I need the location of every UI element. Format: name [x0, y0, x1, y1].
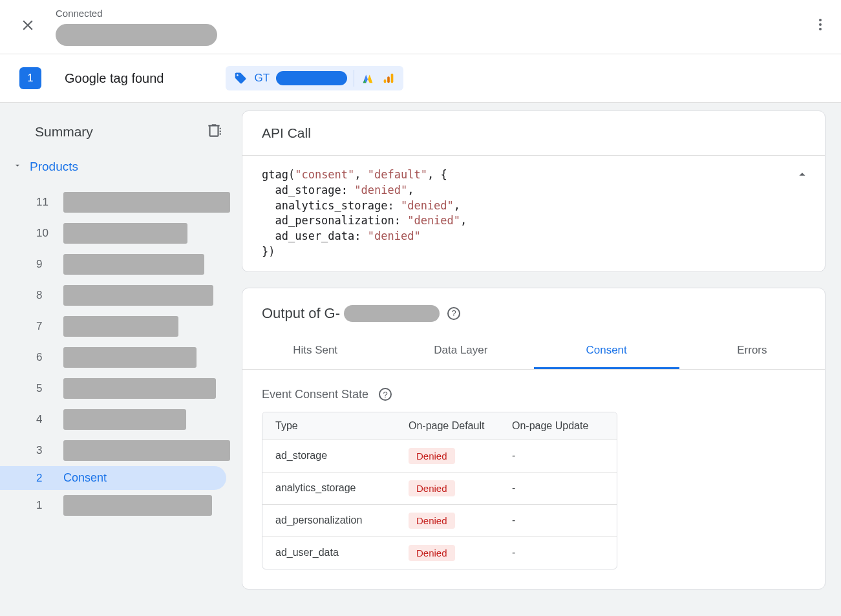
sidebar-item-number: 2: [36, 472, 53, 485]
sidebar-item-redacted: [63, 223, 187, 244]
close-button[interactable]: [19, 17, 36, 36]
denied-badge: Denied: [409, 545, 455, 561]
content-area: API Call gtag("consent", "default", { ad…: [242, 103, 841, 616]
sidebar-item[interactable]: 5: [0, 373, 242, 404]
sidebar-item-number: 4: [36, 413, 53, 426]
sidebar-item-number: 7: [36, 320, 53, 333]
help-icon[interactable]: ?: [447, 307, 460, 320]
sidebar-item[interactable]: 7: [0, 311, 242, 342]
chevron-down-icon: [13, 161, 22, 173]
sidebar-item-number: 10: [36, 227, 53, 240]
table-row: ad_personalizationDenied-: [262, 505, 617, 537]
table-header: On-page Default: [396, 412, 499, 440]
clear-button[interactable]: [206, 122, 222, 142]
output-id-redacted: [344, 305, 440, 322]
sidebar-item-redacted: [63, 192, 230, 213]
sidebar-item[interactable]: 3: [0, 435, 242, 466]
chevron-up-icon: [795, 167, 809, 182]
sidebar-item-redacted: [63, 347, 197, 368]
collapse-button[interactable]: [795, 167, 809, 186]
consent-update: -: [499, 537, 617, 569]
tag-id-redacted: [276, 71, 347, 85]
event-consent-state-label: Event Consent State: [262, 388, 368, 401]
sidebar-item[interactable]: 4: [0, 404, 242, 435]
tag-chip[interactable]: GT: [226, 66, 403, 90]
tag-found-label: Google tag found: [65, 71, 164, 86]
sidebar-item-consent[interactable]: 2Consent: [0, 466, 226, 490]
consent-default: Denied: [396, 537, 499, 569]
sidebar-item-number: 5: [36, 382, 53, 395]
sidebar-item-redacted: [63, 409, 186, 430]
tab-hits-sent[interactable]: Hits Sent: [242, 334, 388, 369]
denied-badge: Denied: [409, 513, 455, 529]
tag-count-badge: 1: [19, 67, 41, 89]
google-tag-icon: [233, 71, 248, 85]
api-call-card: API Call gtag("consent", "default", { ad…: [242, 111, 825, 272]
summary-label[interactable]: Summary: [35, 124, 93, 140]
tab-consent[interactable]: Consent: [534, 334, 679, 369]
consent-default: Denied: [396, 505, 499, 536]
output-card: Output of G- ? Hits SentData LayerConsen…: [242, 288, 825, 589]
products-header[interactable]: Products: [0, 160, 242, 174]
clear-all-icon: [206, 122, 222, 139]
consent-type: ad_storage: [262, 440, 396, 472]
sidebar-item-redacted: [63, 316, 178, 337]
sidebar-item[interactable]: 10: [0, 218, 242, 249]
sidebar-item-number: 1: [36, 499, 53, 512]
svg-rect-5: [391, 74, 394, 83]
consent-type: ad_personalization: [262, 505, 396, 536]
help-icon[interactable]: ?: [379, 388, 392, 401]
table-row: ad_storageDenied-: [262, 440, 617, 473]
api-call-code: gtag("consent", "default", { ad_storage:…: [242, 156, 825, 271]
denied-badge: Denied: [409, 480, 455, 496]
sidebar: Summary Products 111098765432Consent1: [0, 103, 242, 616]
svg-point-2: [819, 28, 822, 30]
tab-data-layer[interactable]: Data Layer: [388, 334, 533, 369]
consent-type: ad_user_data: [262, 537, 396, 569]
connection-block: Connected: [56, 8, 217, 46]
google-analytics-icon: [381, 71, 396, 85]
sidebar-item-label: Consent: [63, 471, 107, 485]
svg-rect-3: [384, 80, 387, 83]
consent-type: analytics_storage: [262, 473, 396, 504]
consent-update: -: [499, 505, 617, 536]
close-icon: [19, 17, 36, 34]
sidebar-item[interactable]: 1: [0, 490, 242, 521]
sidebar-item[interactable]: 8: [0, 280, 242, 311]
sidebar-item-redacted: [63, 495, 212, 516]
kebab-icon: [813, 17, 828, 32]
api-call-title: API Call: [242, 111, 825, 156]
sidebar-item-number: 6: [36, 351, 53, 364]
sidebar-item-number: 9: [36, 258, 53, 271]
table-row: ad_user_dataDenied-: [262, 537, 617, 569]
consent-default: Denied: [396, 473, 499, 504]
more-menu-button[interactable]: [813, 17, 828, 35]
gt-prefix: GT: [254, 72, 270, 85]
table-header: On-page Update: [499, 412, 617, 440]
sidebar-item-number: 3: [36, 444, 53, 457]
sidebar-item-redacted: [63, 440, 230, 461]
table-row: analytics_storageDenied-: [262, 473, 617, 505]
sidebar-item[interactable]: 6: [0, 342, 242, 373]
sidebar-item-number: 8: [36, 289, 53, 302]
products-label: Products: [30, 160, 78, 174]
svg-point-1: [819, 23, 822, 26]
output-tabs: Hits SentData LayerConsentErrors: [242, 334, 825, 370]
connected-label: Connected: [56, 8, 217, 19]
connection-id-redacted: [56, 24, 217, 46]
top-header: Connected: [0, 0, 841, 54]
consent-update: -: [499, 440, 617, 472]
sidebar-item[interactable]: 9: [0, 249, 242, 280]
sidebar-item-number: 11: [36, 196, 53, 209]
sidebar-item[interactable]: 11: [0, 187, 242, 218]
sidebar-item-redacted: [63, 254, 204, 275]
tab-errors[interactable]: Errors: [679, 334, 825, 369]
tag-found-bar: 1 Google tag found GT: [0, 54, 841, 103]
chip-divider: [354, 70, 354, 87]
table-header: Type: [262, 412, 396, 440]
sidebar-item-redacted: [63, 285, 213, 306]
consent-default: Denied: [396, 440, 499, 472]
svg-rect-4: [387, 76, 390, 83]
consent-table: TypeOn-page DefaultOn-page Updatead_stor…: [262, 412, 617, 569]
denied-badge: Denied: [409, 448, 455, 464]
